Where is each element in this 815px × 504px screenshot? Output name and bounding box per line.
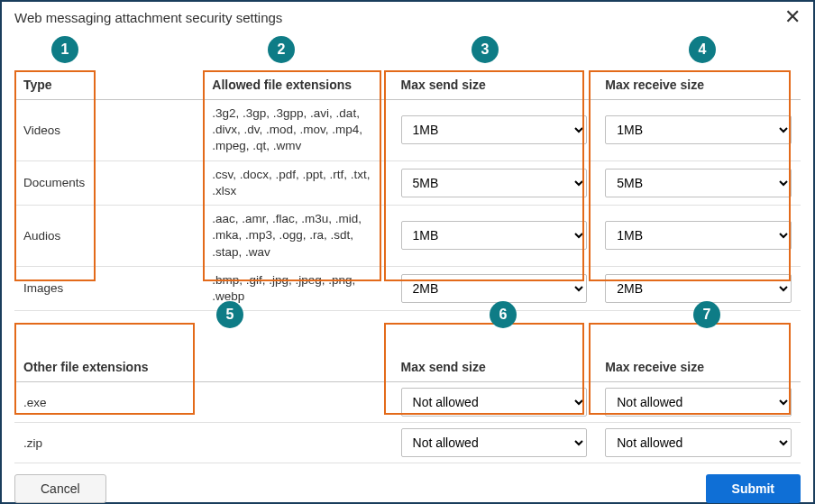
table-row: .exe Not allowed Not allowed bbox=[14, 382, 801, 423]
dialog-header: Web messaging attachment security settin… bbox=[2, 2, 813, 31]
table-row: Images .bmp, .gif, .jpg, .jpeg, .png, .w… bbox=[14, 266, 801, 310]
col-header-other-max-send: Max send size bbox=[392, 353, 597, 382]
cancel-button[interactable]: Cancel bbox=[14, 474, 106, 503]
col-header-max-send: Max send size bbox=[392, 70, 597, 100]
max-receive-select[interactable]: 1MB bbox=[605, 115, 792, 144]
cell-extensions: .csv, .docx, .pdf, .ppt, .rtf, .txt, .xl… bbox=[203, 160, 391, 205]
table-row: Audios .aac, .amr, .flac, .m3u, .mid, .m… bbox=[14, 206, 801, 267]
close-icon[interactable]: ✕ bbox=[784, 7, 801, 27]
dialog-footer: Cancel Submit bbox=[2, 463, 813, 504]
cell-other-ext: .zip bbox=[14, 423, 392, 463]
cell-extensions: .3g2, .3gp, .3gpp, .avi, .dat, .divx, .d… bbox=[203, 100, 391, 161]
submit-button[interactable]: Submit bbox=[706, 474, 801, 503]
annotation-badge-4: 4 bbox=[689, 36, 716, 63]
table-row: .zip Not allowed Not allowed bbox=[14, 423, 801, 463]
col-header-extensions: Allowed file extensions bbox=[203, 70, 391, 100]
annotation-badge-3: 3 bbox=[472, 36, 499, 63]
annotation-badge-5: 5 bbox=[216, 301, 243, 328]
max-receive-select[interactable]: 5MB bbox=[605, 169, 792, 197]
max-send-select[interactable]: 1MB bbox=[401, 115, 588, 144]
annotation-badge-2: 2 bbox=[268, 36, 295, 63]
other-max-send-select[interactable]: Not allowed bbox=[401, 428, 588, 457]
cell-other-ext: .exe bbox=[14, 382, 392, 423]
table-row: Videos .3g2, .3gp, .3gpp, .avi, .dat, .d… bbox=[14, 100, 801, 161]
annotation-badge-7: 7 bbox=[693, 301, 720, 328]
cell-extensions: .aac, .amr, .flac, .m3u, .mid, .mka, .mp… bbox=[203, 206, 391, 267]
max-send-select[interactable]: 5MB bbox=[401, 169, 588, 197]
file-types-table: Type Allowed file extensions Max send si… bbox=[14, 70, 801, 311]
cell-type: Documents bbox=[14, 160, 203, 205]
other-max-send-select[interactable]: Not allowed bbox=[401, 388, 588, 417]
cell-type: Images bbox=[14, 266, 203, 310]
col-header-max-receive: Max receive size bbox=[596, 70, 801, 100]
table-row: Documents .csv, .docx, .pdf, .ppt, .rtf,… bbox=[14, 160, 801, 205]
other-max-receive-select[interactable]: Not allowed bbox=[605, 388, 792, 417]
col-header-other-extensions: Other file extensions bbox=[14, 353, 392, 382]
max-receive-select[interactable]: 2MB bbox=[605, 274, 792, 303]
dialog-title: Web messaging attachment security settin… bbox=[14, 10, 282, 25]
cell-type: Audios bbox=[14, 206, 203, 267]
annotation-badge-6: 6 bbox=[490, 301, 517, 328]
max-send-select[interactable]: 2MB bbox=[401, 274, 588, 303]
max-receive-select[interactable]: 1MB bbox=[605, 221, 792, 250]
dialog-content: 1 2 3 4 5 6 7 Type Allowed file extensio… bbox=[2, 31, 813, 463]
annotation-badge-1: 1 bbox=[51, 36, 78, 63]
col-header-type: Type bbox=[14, 70, 203, 100]
max-send-select[interactable]: 1MB bbox=[401, 221, 588, 250]
col-header-other-max-receive: Max receive size bbox=[596, 353, 801, 382]
other-extensions-table: Other file extensions Max send size Max … bbox=[14, 353, 801, 463]
dialog-root: Web messaging attachment security settin… bbox=[0, 0, 815, 504]
other-max-receive-select[interactable]: Not allowed bbox=[605, 428, 792, 457]
cell-type: Videos bbox=[14, 100, 203, 161]
